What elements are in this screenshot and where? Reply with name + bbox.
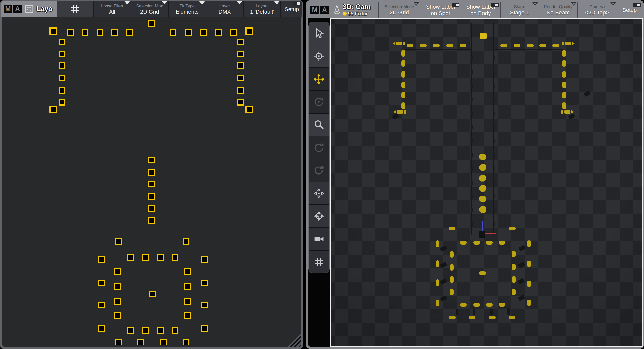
fixture-3d[interactable]: [527, 281, 531, 287]
dmx-button[interactable]: LayerDMX: [206, 1, 243, 17]
grid-snap-button[interactable]: [57, 1, 93, 17]
fixture-3d[interactable]: [450, 276, 454, 283]
fixture-3d[interactable]: [473, 241, 480, 245]
fixture-3d[interactable]: [473, 303, 480, 307]
fixture-3d[interactable]: [527, 300, 531, 306]
fixture-square[interactable]: [127, 254, 134, 261]
fixture-3d[interactable]: [479, 185, 486, 192]
fixture-3d[interactable]: [401, 92, 405, 98]
fixture-3d[interactable]: [562, 102, 566, 109]
fixture-square[interactable]: [201, 280, 208, 286]
fixture-square[interactable]: [114, 268, 121, 275]
fixture-3d[interactable]: [401, 50, 405, 57]
fixture-square[interactable]: [201, 302, 208, 308]
fixture-square[interactable]: [49, 106, 57, 113]
fixture-3d[interactable]: [480, 33, 487, 39]
fixture-3d[interactable]: [449, 227, 455, 230]
fixture-square[interactable]: [59, 62, 65, 69]
fixture-3d[interactable]: [562, 82, 566, 88]
fixture-square[interactable]: [59, 87, 65, 94]
fixture-3d[interactable]: [450, 264, 454, 271]
threed-viewport[interactable]: [330, 18, 643, 347]
fixture-square[interactable]: [59, 39, 65, 45]
fixture-3d[interactable]: [486, 241, 493, 245]
fixture-3d[interactable]: [401, 82, 405, 88]
fixture-square[interactable]: [115, 339, 122, 346]
fixture-3d[interactable]: [512, 251, 516, 257]
tool-pan-center-button[interactable]: [309, 205, 329, 228]
fixture-square[interactable]: [114, 298, 121, 305]
fixture-square[interactable]: [114, 312, 121, 319]
2d-grid-button[interactable]: Selection Mod2D Grid: [131, 1, 168, 17]
fixture-3d[interactable]: [450, 251, 454, 258]
tool-orbit-button[interactable]: [309, 91, 329, 114]
fixture-square[interactable]: [148, 181, 155, 187]
fixture-3d[interactable]: [479, 164, 486, 171]
fixture-square[interactable]: [142, 327, 149, 334]
stage-1-button[interactable]: StageStage 1: [500, 2, 539, 18]
fixture-3d-arrow[interactable]: [561, 110, 574, 114]
fixture-square[interactable]: [237, 62, 244, 69]
fixture-square[interactable]: [185, 29, 192, 36]
fixture-square[interactable]: [49, 27, 57, 35]
fixture-3d[interactable]: [460, 241, 467, 245]
fixture-square[interactable]: [157, 254, 164, 261]
fixture-3d[interactable]: [500, 44, 507, 47]
fixture-square[interactable]: [59, 51, 65, 57]
tool-pan-button[interactable]: [309, 182, 329, 205]
elements-button[interactable]: Fit TypeElements: [168, 1, 206, 17]
fixture-square[interactable]: [127, 327, 134, 334]
fixture-square[interactable]: [172, 254, 178, 261]
fixture-3d[interactable]: [562, 71, 566, 78]
fixture-square[interactable]: [97, 29, 103, 36]
layout-window-titlebar[interactable]: M A Layo: [1, 1, 57, 17]
fixture-square[interactable]: [172, 327, 178, 334]
fixture-square[interactable]: [237, 87, 244, 94]
<2d-top>-button[interactable]: Camera<2D Top>: [577, 2, 617, 18]
fixture-square[interactable]: [184, 268, 191, 275]
fixture-square[interactable]: [82, 29, 88, 36]
fixture-3d[interactable]: [401, 71, 405, 78]
tool-camera-button[interactable]: [309, 228, 329, 251]
fixture-3d[interactable]: [433, 44, 440, 47]
fixture-3d[interactable]: [562, 50, 566, 57]
fixture-3d[interactable]: [527, 261, 531, 267]
fixture-square[interactable]: [115, 238, 122, 245]
fixture-3d[interactable]: [499, 303, 505, 307]
fixture-square[interactable]: [201, 256, 208, 263]
fixture-3d[interactable]: [509, 316, 515, 319]
fixture-square[interactable]: [200, 29, 207, 36]
on-spot-button[interactable]: Show Labelon Spot: [420, 2, 461, 18]
fixture-square[interactable]: [148, 20, 155, 27]
fixture-square[interactable]: [148, 193, 155, 200]
fixture-3d[interactable]: [436, 279, 439, 286]
fixture-3d[interactable]: [460, 303, 467, 307]
fixture-3d[interactable]: [527, 240, 531, 247]
setup-button[interactable]: Setup: [280, 1, 302, 17]
on-body-button[interactable]: Show Labelon Body: [461, 2, 500, 18]
fixture-square[interactable]: [184, 312, 191, 319]
tool-move-button[interactable]: [309, 68, 329, 91]
tool-rotate-button[interactable]: [309, 136, 329, 159]
1-default--button[interactable]: Layout1 'Default': [243, 1, 280, 17]
fixture-square[interactable]: [160, 339, 167, 346]
fixture-square[interactable]: [245, 27, 253, 35]
fixture-square[interactable]: [137, 339, 144, 346]
fixture-3d[interactable]: [479, 271, 486, 275]
fixture-3d[interactable]: [479, 175, 486, 182]
fixture-square[interactable]: [126, 29, 133, 36]
fixture-square[interactable]: [98, 302, 105, 308]
fixture-3d[interactable]: [436, 240, 439, 247]
fixture-3d[interactable]: [489, 316, 496, 319]
fixture-square[interactable]: [215, 29, 222, 36]
fixture-3d[interactable]: [509, 227, 516, 230]
fixture-3d[interactable]: [401, 102, 405, 109]
fixture-3d[interactable]: [460, 44, 466, 47]
fixture-square[interactable]: [184, 283, 191, 290]
fixture-3d-arrow[interactable]: [393, 110, 406, 114]
fixture-square[interactable]: [184, 298, 191, 305]
fixture-3d[interactable]: [514, 44, 520, 47]
tool-rotate-center-button[interactable]: [309, 159, 329, 182]
fixture-square[interactable]: [170, 29, 176, 36]
fixture-3d-arrow[interactable]: [393, 42, 405, 45]
